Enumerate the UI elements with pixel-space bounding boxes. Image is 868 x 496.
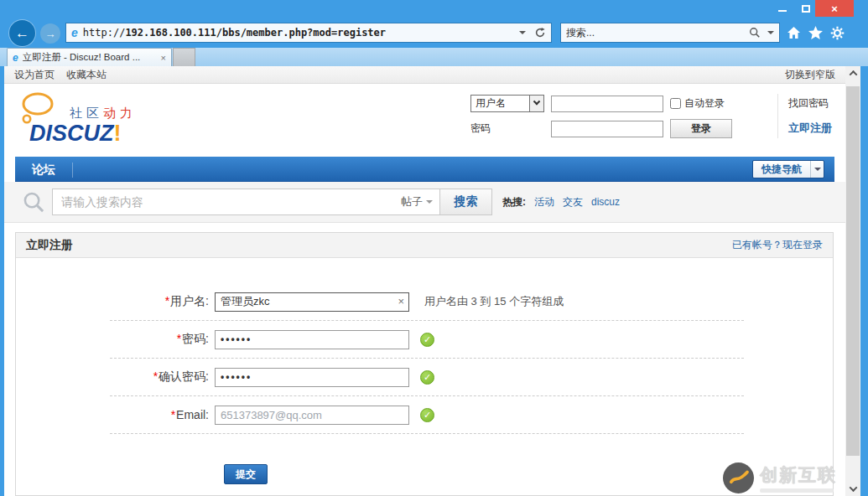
scroll-up-button[interactable] [845, 66, 860, 80]
back-icon: ← [15, 25, 29, 42]
hot-link-activity[interactable]: 活动 [534, 195, 554, 209]
favorite-site-link[interactable]: 收藏本站 [66, 68, 107, 82]
password-input[interactable] [215, 330, 409, 349]
nav-forum-tab[interactable]: 论坛 [15, 157, 72, 182]
panel-header: 立即注册 已有帐号？现在登录 [16, 233, 833, 258]
find-password-link[interactable]: 找回密码 [788, 96, 832, 111]
row-separator [110, 395, 744, 396]
browser-window: × ← → e http://192.168.100.111/bbs/membe… [0, 0, 868, 496]
search-dropdown-icon[interactable] [767, 31, 774, 34]
clear-input-icon[interactable]: × [398, 295, 404, 307]
home-icon [787, 26, 801, 39]
valid-check-icon: ✓ [420, 370, 434, 385]
close-button[interactable]: × [815, 0, 854, 17]
username-hint: 用户名由 3 到 15 个字符组成 [424, 294, 564, 309]
confirm-password-row: *确认密码: ✓ [16, 367, 833, 387]
maximize-icon [802, 5, 810, 13]
quick-nav-arrow-icon[interactable] [810, 161, 824, 178]
vertical-scrollbar[interactable] [845, 66, 860, 496]
discuz-logo[interactable]: 社区动力 DISCUZ! [16, 87, 217, 154]
email-row: *Email: ✓ [16, 405, 833, 425]
username-label: *用户名: [16, 294, 215, 309]
email-label: *Email: [16, 408, 215, 421]
have-account-login-link[interactable]: 已有帐号？现在登录 [732, 238, 823, 252]
scrollbar-thumb[interactable] [846, 86, 860, 456]
nav-divider [72, 163, 73, 178]
set-home-link[interactable]: 设为首页 [14, 68, 55, 82]
hot-search-label: 热搜: [502, 195, 526, 209]
email-input[interactable] [215, 406, 409, 425]
maximize-button[interactable] [795, 0, 817, 17]
star-icon [808, 26, 823, 39]
title-bar[interactable]: × [0, 0, 868, 18]
tab-register[interactable]: e 立即注册 - Discuz! Board ... × [7, 48, 172, 66]
forward-icon: → [45, 28, 56, 40]
page-toolbar: 设为首页 收藏本站 切换到窄版 [4, 66, 845, 84]
ie-tab-icon: e [13, 52, 18, 64]
address-bar[interactable]: e http://192.168.100.111/bbs/member.php?… [65, 23, 552, 43]
chevron-down-icon [849, 483, 857, 492]
switch-layout-link[interactable]: 切换到窄版 [785, 68, 835, 82]
submit-button[interactable]: 提交 [224, 464, 268, 484]
logo-tagline: 社区动力 [70, 106, 137, 121]
browser-search-box[interactable] [560, 23, 780, 43]
logo-wordmark: DISCUZ! [29, 121, 122, 147]
confirm-password-label: *确认密码: [16, 369, 215, 385]
tab-bar: e 立即注册 - Discuz! Board ... × [0, 48, 868, 66]
watermark-logo-icon [723, 462, 754, 493]
gear-icon [830, 26, 845, 40]
auto-login-checkbox[interactable] [670, 98, 681, 109]
login-button[interactable]: 登录 [670, 119, 732, 138]
username-row: *用户名: × 用户名由 3 到 15 个字符组成 [16, 292, 833, 312]
back-button[interactable]: ← [9, 20, 35, 46]
search-icon[interactable] [749, 27, 761, 39]
site-search-button[interactable]: 搜索 [440, 189, 492, 215]
register-now-link[interactable]: 立即注册 [788, 121, 832, 136]
row-separator [110, 358, 744, 359]
account-type-select[interactable]: 用户名 [470, 95, 544, 112]
browser-search-input[interactable] [566, 27, 749, 39]
watermark: 创新互联 [723, 462, 837, 493]
username-input[interactable] [215, 292, 409, 312]
password-row: *密码: ✓ [16, 329, 833, 349]
register-panel: 立即注册 已有帐号？现在登录 *用户名: × 用户名由 3 到 15 个字符组成… [15, 232, 834, 496]
new-tab-button[interactable] [173, 48, 195, 66]
valid-check-icon: ✓ [420, 408, 434, 422]
site-search-section: 帖子 搜索 热搜: 活动 交友 discuz [4, 182, 845, 223]
close-icon: × [831, 3, 838, 15]
hot-link-friends[interactable]: 交友 [563, 195, 583, 209]
scroll-down-button[interactable] [845, 482, 860, 496]
site-search-input[interactable] [53, 189, 394, 214]
quick-nav-button[interactable]: 快捷导航 [752, 160, 824, 178]
site-navbar: 论坛 快捷导航 [15, 157, 834, 182]
settings-button[interactable] [829, 24, 845, 41]
watermark-subtext [760, 488, 834, 493]
forward-button[interactable]: → [40, 23, 60, 44]
login-password-label: 密码 [470, 121, 544, 136]
search-scope-select[interactable]: 帖子 [394, 189, 439, 214]
select-arrow-icon [529, 96, 543, 111]
login-username-input[interactable] [551, 96, 663, 112]
home-button[interactable] [785, 24, 802, 41]
favorites-button[interactable] [807, 24, 824, 41]
panel-title: 立即注册 [26, 238, 73, 253]
tab-close-icon[interactable]: × [161, 53, 166, 63]
hot-search: 热搜: 活动 交友 discuz [502, 195, 620, 209]
address-dropdown-icon[interactable] [519, 31, 526, 34]
password-label: *密码: [16, 332, 215, 347]
hot-link-discuz[interactable]: discuz [591, 196, 620, 208]
minimize-button[interactable] [772, 0, 793, 17]
tab-title: 立即注册 - Discuz! Board ... [23, 51, 158, 64]
login-area: 用户名 自动登录 找回密码 立即注册 密码 登录 [470, 94, 832, 138]
site-search-box: 帖子 [52, 189, 440, 215]
register-form: *用户名: × 用户名由 3 到 15 个字符组成 *密码: ✓ [16, 258, 833, 484]
login-password-input[interactable] [551, 121, 663, 137]
watermark-brand: 创新互联 [760, 463, 837, 487]
browser-nav-bar: ← → e http://192.168.100.111/bbs/member.… [0, 18, 868, 48]
refresh-icon[interactable] [534, 27, 546, 39]
auto-login-label: 自动登录 [684, 96, 725, 111]
row-separator [110, 320, 744, 321]
login-links-column: 找回密码 立即注册 [777, 94, 832, 138]
url-text[interactable]: http://192.168.100.111/bbs/member.php?mo… [83, 27, 514, 39]
confirm-password-input[interactable] [215, 368, 409, 387]
